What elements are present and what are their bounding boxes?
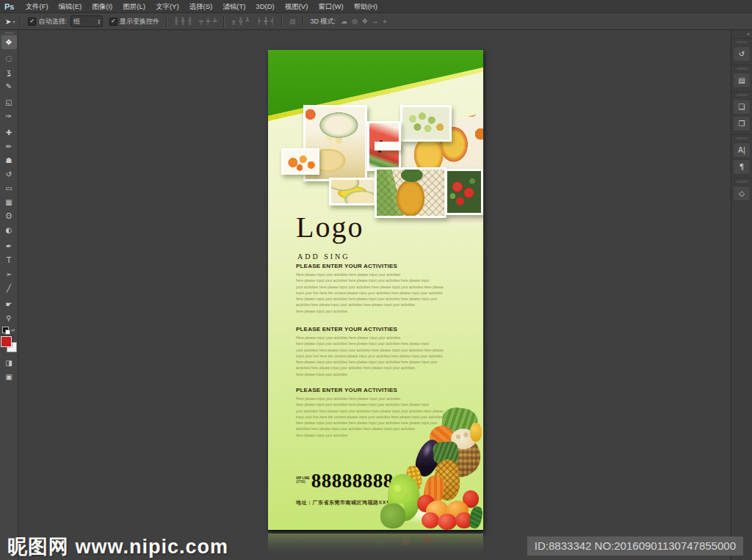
align-left-icon[interactable]: ╟ [174,18,178,25]
clone-stamp-tool-icon: ☗ [6,156,12,164]
panel-dock: « ↺ ▤ ❏ ❐ A| ¶ ◇ [731,30,752,560]
quick-mask-button[interactable]: ◨ [1,356,17,370]
distribute-right-icon[interactable]: ╡ [271,18,275,25]
vegetable-basket-photo [360,404,483,530]
menu-image[interactable]: 图像(I) [87,0,118,12]
image-id-badge: ID:8833342 NO:20160901130747855000 [527,537,743,556]
3d-pan-icon[interactable]: ✥ [362,18,368,25]
auto-select-dropdown[interactable]: 组 ▴▾ [70,15,103,27]
healing-brush-tool-button[interactable]: ✚ [1,126,17,139]
type-tool-button[interactable]: T [1,253,17,267]
align-middle-icon[interactable]: ╪ [206,18,210,25]
menu-layer[interactable]: 图层(L) [118,0,151,12]
gradient-tool-button[interactable]: ▦ [1,195,17,209]
distribute-left-icon[interactable]: ╞ [257,18,261,25]
notes-panel-button[interactable]: ❏ [733,99,751,114]
menu-edit[interactable]: 编辑(E) [54,0,87,12]
layer-comps-panel-button[interactable]: ▤ [733,73,751,88]
poster-reflection [268,534,483,560]
quick-mask-icon: ◨ [5,359,12,367]
dodge-tool-button[interactable]: ◐ [1,223,17,237]
poster-logo-subtitle: ADD SING [297,252,350,261]
photoshop-window: Ps 文件(F) 编辑(E) 图像(I) 图层(L) 文字(Y) 选择(S) 滤… [0,0,752,560]
lasso-tool-button[interactable]: ʓ [1,65,17,79]
paragraph-panel-button[interactable]: ¶ [733,159,751,175]
menu-view[interactable]: 视图(V) [280,0,314,12]
distribute-bottom-icon[interactable]: ╨ [245,18,249,25]
align-top-icon[interactable]: ╤ [199,18,203,25]
menu-filter[interactable]: 滤镜(T) [217,0,250,12]
3d-slide-icon[interactable]: ↔ [372,18,378,25]
distribute-center-icon[interactable]: ╋ [264,18,267,25]
crop-tool-button[interactable]: ◱ [1,95,17,109]
divider [20,16,21,27]
default-colors-icon[interactable] [2,327,9,333]
menu-3d[interactable]: 3D(D) [250,0,279,12]
photo-tile-grapes [400,105,452,142]
photo-tile-strawberries [445,169,483,215]
section-heading: PLEASE ENTER YOUR ACTIVITIES [296,326,466,332]
align-bottom-icon[interactable]: ╧ [213,18,217,25]
pen-tool-icon: ✒ [6,242,12,250]
default-swatches-row[interactable]: ⇄ [2,327,15,333]
yellow-pepper [470,423,482,442]
3d-roll-icon[interactable]: ◎ [352,18,358,25]
brush-tool-button[interactable]: ✏ [1,139,17,153]
align-right-icon[interactable]: ╢ [188,18,192,25]
blur-tool-button[interactable]: ʘ [1,209,17,223]
menu-select[interactable]: 选择(S) [184,0,218,12]
eyedropper-tool-button[interactable]: ✑ [1,109,17,123]
align-center-h-icon[interactable]: ╫ [181,18,184,25]
divider [303,16,304,27]
notes-panel-icon: ❏ [739,103,745,111]
menu-type[interactable]: 文字(Y) [151,0,184,12]
poster-logo-text: Logo [296,213,364,242]
distribute-top-icon[interactable]: ╥ [231,18,235,25]
area-code-label: (0769) [296,480,310,484]
pen-tool-button[interactable]: ✒ [1,239,17,253]
photo-tile-cherry-tomatoes [281,148,319,175]
panel-label [737,41,748,43]
photo-tile-pineapple-bananas [375,167,446,218]
paragraph-panel-icon: ¶ [740,163,744,171]
distribute-middle-icon[interactable]: ╬ [239,18,242,25]
history-panel-button[interactable]: ↺ [733,46,751,62]
line-tool-button[interactable]: ╱ [1,281,17,295]
eraser-tool-button[interactable]: ▭ [1,181,17,195]
path-selection-tool-button[interactable]: ➢ [1,267,17,281]
foreground-color-swatch[interactable] [1,336,12,347]
eyedropper-tool-icon: ✑ [6,112,12,120]
character-panel-button[interactable]: A| [733,142,751,158]
menu-file[interactable]: 文件(F) [20,0,53,12]
zoom-tool-button[interactable]: ⚲ [1,311,17,325]
swap-colors-icon[interactable]: ⇄ [11,327,15,332]
mode-3d-label: 3D 模式: [311,17,336,26]
current-tool-chip[interactable]: ➤ ▾ [5,18,15,26]
hand-tool-button[interactable]: ☛ [1,297,17,311]
section-heading: PLEASE ENTER YOUR ACTIVITIES [296,387,466,393]
3d-camera-icon[interactable]: ⌖ [383,18,386,26]
history-brush-tool-button[interactable]: ↺ [1,167,17,181]
dock-group: ↺ [731,38,752,65]
3d-panel-button[interactable]: ◇ [733,186,751,201]
marquee-tool-button[interactable]: ◌ [1,51,17,65]
3d-orbit-icon[interactable]: ☁ [341,18,347,25]
auto-align-icon[interactable]: ▥ [289,18,296,25]
quick-selection-tool-button[interactable]: ✎ [1,79,17,93]
auto-select-checkbox[interactable]: ✓ [28,18,36,26]
history-panel-icon: ↺ [739,50,745,58]
move-tool-button[interactable]: ✥ [1,35,17,49]
type-tool-icon: T [7,256,11,264]
clone-stamp-tool-button[interactable]: ☗ [1,153,17,167]
collapse-panels-icon[interactable]: « [731,30,752,38]
tomato-2 [438,514,457,530]
menu-window[interactable]: 窗口(W) [313,0,348,12]
document-canvas[interactable]: Logo ADD SING PLEASE ENTER YOUR ACTIVITI… [268,50,483,531]
menu-help[interactable]: 帮助(H) [349,0,383,12]
clone-source-panel-button[interactable]: ❐ [733,116,751,131]
screen-mode-button[interactable]: ▣ [1,370,17,384]
dock-group: ▤ [731,65,752,91]
vip-line-labels: VIP LINE (0769) [296,476,310,484]
toolbar-grip[interactable] [4,32,13,34]
show-transform-checkbox[interactable]: ✓ [109,18,118,26]
